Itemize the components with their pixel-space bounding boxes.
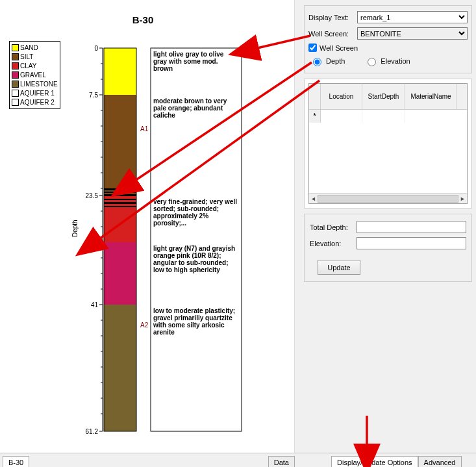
aquifer-label-a1: A1 [140,125,149,133]
elevation-input[interactable] [357,237,466,249]
legend-swatch-aquifer2 [12,99,19,106]
well-screen-label: Well Screen: [308,30,357,38]
scroll-right-icon[interactable]: ► [460,196,466,202]
aquifer-label-a2: A2 [140,322,149,329]
remark-1: moderate brown to very pale orange; abun… [153,97,239,119]
remark-0: light olive gray to olive gray with some… [153,51,239,72]
elevation-radio[interactable] [368,58,376,66]
legend-swatch-silt [12,53,19,60]
update-button[interactable]: Update [318,260,360,275]
elevation-input-label: Elevation: [310,240,357,247]
svg-rect-33 [104,206,136,207]
svg-rect-32 [104,202,136,204]
tick-61.2: 61.2 [86,428,99,435]
data-grid-group: Location StartDepth MaterialName * ◄ ► [304,79,472,208]
chart-title: B-30 [0,14,286,25]
y-axis-label: Depth [71,220,79,237]
svg-rect-28 [104,188,136,190]
options-pane: Display Text: remark_1 Well Screen: BENT… [295,0,476,453]
total-depth-label: Total Depth: [310,223,357,231]
borehole-chart: 0 7.5 23.5 31 41 61.2 A1 A2 [83,35,291,451]
tab-advanced[interactable]: Advanced [418,456,462,467]
legend-swatch-clay [12,62,19,69]
legend: SAND SILT CLAY GRAVEL LIMESTONE AQUIFER … [9,41,60,109]
tab-display-update-options[interactable]: Display/Update Options [331,456,418,467]
display-text-label: Display Text: [308,14,357,21]
tab-data[interactable]: Data [268,456,295,467]
legend-swatch-sand [12,44,19,51]
svg-rect-29 [104,192,136,193]
well-screen-checkbox[interactable] [308,44,317,52]
chart-pane: B-30 SAND SILT CLAY GRAVEL LIMESTONE AQU… [0,0,295,453]
sheet-tab-b30[interactable]: B-30 [3,456,29,467]
layer-gravel [104,242,136,305]
tick-31: 31 [91,239,99,246]
depth-radio[interactable] [313,58,321,66]
layer-sand [104,48,136,95]
remark-4: low to moderate plasticity; gravel prima… [153,307,239,336]
display-options-group: Display Text: remark_1 Well Screen: BENT… [304,5,472,73]
legend-swatch-limestone [12,81,19,88]
tick-23.5: 23.5 [86,192,99,199]
bottom-tab-strip: B-30 Data Display/Update Options Advance… [0,453,476,467]
svg-rect-30 [104,194,136,196]
svg-rect-31 [104,199,136,200]
depth-elevation-group: Total Depth: Elevation: Update [304,214,472,282]
col-location[interactable]: Location [321,84,362,109]
legend-swatch-gravel [12,71,19,79]
remark-2: very fine-grained; very well sorted; sub… [153,198,239,227]
tick-0: 0 [94,45,98,52]
total-depth-input[interactable] [357,221,466,233]
remark-3: light gray (N7) and grayish orange pink … [153,245,239,273]
layer-silt [104,95,136,196]
display-text-select[interactable]: remark_1 [357,11,468,23]
new-row-marker[interactable]: * [309,110,321,123]
tick-7.5: 7.5 [89,92,98,99]
col-startdepth[interactable]: StartDepth [362,84,405,109]
legend-swatch-aquifer1 [12,90,19,97]
scroll-left-icon[interactable]: ◄ [310,196,316,202]
well-screen-select[interactable]: BENTONITE [357,27,468,40]
well-screen-checkbox-label: Well Screen [319,44,358,52]
tick-41: 41 [91,301,99,309]
col-materialname[interactable]: MaterialName [405,84,457,109]
data-grid[interactable]: Location StartDepth MaterialName * ◄ ► [308,83,468,204]
layer-limestone [104,305,136,431]
grid-hscroll[interactable]: ◄ ► [309,193,467,203]
